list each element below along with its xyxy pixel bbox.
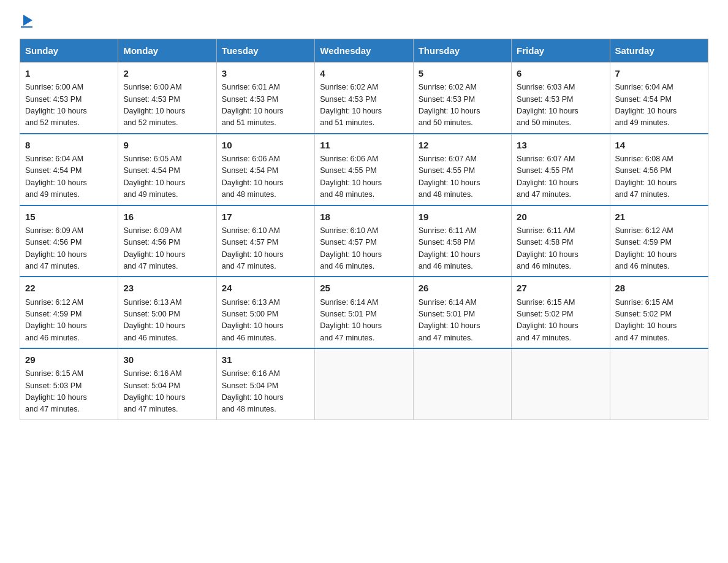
- logo-underline: [21, 26, 32, 28]
- day-info-line: Daylight: 10 hours: [25, 321, 87, 330]
- day-info-line: Sunrise: 6:11 AM: [517, 226, 575, 235]
- day-cell-24: 24Sunrise: 6:13 AMSunset: 5:00 PMDayligh…: [216, 277, 314, 348]
- day-number: 29: [25, 353, 113, 367]
- day-info-line: Daylight: 10 hours: [419, 250, 480, 259]
- day-cell-17: 17Sunrise: 6:10 AMSunset: 4:57 PMDayligh…: [216, 205, 314, 277]
- day-info-line: and 47 minutes.: [615, 190, 670, 199]
- weekday-header-thursday: Thursday: [413, 39, 511, 63]
- day-cell-31: 31Sunrise: 6:16 AMSunset: 5:04 PMDayligh…: [216, 348, 314, 419]
- day-info-line: Daylight: 10 hours: [222, 178, 284, 187]
- day-info-line: Daylight: 10 hours: [419, 107, 480, 115]
- day-number: 15: [25, 210, 113, 224]
- day-info-line: Sunset: 4:57 PM: [222, 238, 278, 247]
- day-number: 11: [320, 138, 408, 152]
- day-info-line: Sunset: 5:01 PM: [419, 310, 475, 318]
- day-info-line: Daylight: 10 hours: [222, 321, 284, 330]
- empty-cell: [413, 348, 511, 419]
- day-info-line: and 51 minutes.: [222, 118, 276, 127]
- day-number: 8: [25, 138, 113, 152]
- day-number: 25: [320, 281, 408, 295]
- day-info-line: Sunrise: 6:07 AM: [419, 155, 477, 163]
- day-info-line: Daylight: 10 hours: [25, 107, 87, 115]
- day-cell-25: 25Sunrise: 6:14 AMSunset: 5:01 PMDayligh…: [315, 277, 413, 348]
- day-number: 10: [222, 138, 309, 152]
- day-info-line: Sunset: 4:57 PM: [320, 238, 376, 247]
- day-info-line: Daylight: 10 hours: [320, 250, 382, 259]
- day-info-line: Sunrise: 6:12 AM: [615, 226, 673, 235]
- day-info-line: Sunset: 4:56 PM: [123, 238, 180, 247]
- day-number: 28: [615, 281, 703, 295]
- day-info-line: and 48 minutes.: [419, 190, 473, 199]
- logo-arrow-icon: [23, 15, 32, 26]
- day-info-line: Daylight: 10 hours: [123, 178, 185, 187]
- day-info-line: Sunrise: 6:10 AM: [320, 226, 378, 235]
- week-row-1: 1Sunrise: 6:00 AMSunset: 4:53 PMDaylight…: [20, 63, 708, 134]
- day-info-line: and 47 minutes.: [123, 262, 178, 270]
- day-number: 31: [222, 353, 309, 367]
- day-info-line: Sunrise: 6:11 AM: [419, 226, 477, 235]
- day-info-line: Daylight: 10 hours: [222, 250, 284, 259]
- day-info-line: Sunset: 4:58 PM: [517, 238, 573, 247]
- day-cell-27: 27Sunrise: 6:15 AMSunset: 5:02 PMDayligh…: [512, 277, 610, 348]
- day-info-line: and 51 minutes.: [320, 118, 374, 127]
- day-info-line: Sunrise: 6:01 AM: [222, 83, 280, 91]
- day-info-line: Sunset: 4:54 PM: [615, 95, 672, 104]
- day-info-line: Daylight: 10 hours: [25, 393, 87, 402]
- day-info-line: Sunset: 4:55 PM: [320, 166, 376, 175]
- day-info-line: and 46 minutes.: [517, 262, 571, 270]
- day-number: 14: [615, 138, 703, 152]
- day-number: 24: [222, 281, 309, 295]
- week-row-3: 15Sunrise: 6:09 AMSunset: 4:56 PMDayligh…: [20, 205, 708, 277]
- day-info-line: Sunrise: 6:07 AM: [517, 155, 575, 163]
- day-info-line: Sunset: 5:04 PM: [222, 381, 278, 390]
- day-info-line: Daylight: 10 hours: [123, 107, 185, 115]
- day-info-line: and 52 minutes.: [25, 118, 80, 127]
- day-number: 2: [123, 66, 211, 80]
- day-info-line: Sunrise: 6:14 AM: [320, 298, 378, 307]
- day-info-line: Sunset: 4:53 PM: [123, 95, 180, 104]
- day-cell-10: 10Sunrise: 6:06 AMSunset: 4:54 PMDayligh…: [216, 134, 314, 205]
- day-number: 16: [123, 210, 211, 224]
- day-cell-1: 1Sunrise: 6:00 AMSunset: 4:53 PMDaylight…: [20, 63, 118, 134]
- day-info-line: Sunset: 4:55 PM: [419, 166, 475, 175]
- day-info-line: and 46 minutes.: [123, 334, 178, 342]
- day-info-line: Sunrise: 6:12 AM: [25, 298, 83, 307]
- week-row-4: 22Sunrise: 6:12 AMSunset: 4:59 PMDayligh…: [20, 277, 708, 348]
- day-info-line: and 47 minutes.: [222, 262, 276, 270]
- day-info-line: and 46 minutes.: [25, 334, 80, 342]
- day-info-line: Sunset: 4:59 PM: [615, 238, 672, 247]
- weekday-header-friday: Friday: [512, 39, 610, 63]
- day-info-line: Daylight: 10 hours: [419, 178, 480, 187]
- day-cell-2: 2Sunrise: 6:00 AMSunset: 4:53 PMDaylight…: [118, 63, 216, 134]
- weekday-header-monday: Monday: [118, 39, 216, 63]
- day-info-line: Sunset: 5:02 PM: [615, 310, 672, 318]
- day-info-line: and 47 minutes.: [25, 405, 80, 413]
- empty-cell: [610, 348, 708, 419]
- day-cell-5: 5Sunrise: 6:02 AMSunset: 4:53 PMDaylight…: [413, 63, 511, 134]
- day-info-line: Sunrise: 6:15 AM: [25, 369, 83, 378]
- day-info-line: and 48 minutes.: [222, 405, 276, 413]
- day-info-line: Sunrise: 6:06 AM: [320, 155, 378, 163]
- day-info-line: and 47 minutes.: [419, 334, 473, 342]
- day-number: 13: [517, 138, 604, 152]
- day-info-line: Sunset: 4:53 PM: [320, 95, 376, 104]
- day-info-line: Sunrise: 6:08 AM: [615, 155, 673, 163]
- day-cell-13: 13Sunrise: 6:07 AMSunset: 4:55 PMDayligh…: [512, 134, 610, 205]
- day-info-line: and 46 minutes.: [419, 262, 473, 270]
- day-info-line: Sunset: 5:00 PM: [222, 310, 278, 318]
- day-cell-12: 12Sunrise: 6:07 AMSunset: 4:55 PMDayligh…: [413, 134, 511, 205]
- day-info-line: and 52 minutes.: [123, 118, 178, 127]
- day-info-line: Sunset: 4:54 PM: [25, 166, 82, 175]
- day-info-line: Daylight: 10 hours: [320, 107, 382, 115]
- day-cell-23: 23Sunrise: 6:13 AMSunset: 5:00 PMDayligh…: [118, 277, 216, 348]
- day-info-line: Daylight: 10 hours: [320, 321, 382, 330]
- day-cell-14: 14Sunrise: 6:08 AMSunset: 4:56 PMDayligh…: [610, 134, 708, 205]
- calendar-table: SundayMondayTuesdayWednesdayThursdayFrid…: [20, 39, 708, 420]
- day-number: 21: [615, 210, 703, 224]
- day-cell-26: 26Sunrise: 6:14 AMSunset: 5:01 PMDayligh…: [413, 277, 511, 348]
- logo: [20, 15, 32, 28]
- day-info-line: and 49 minutes.: [123, 190, 178, 199]
- day-cell-30: 30Sunrise: 6:16 AMSunset: 5:04 PMDayligh…: [118, 348, 216, 419]
- day-number: 22: [25, 281, 113, 295]
- day-cell-18: 18Sunrise: 6:10 AMSunset: 4:57 PMDayligh…: [315, 205, 413, 277]
